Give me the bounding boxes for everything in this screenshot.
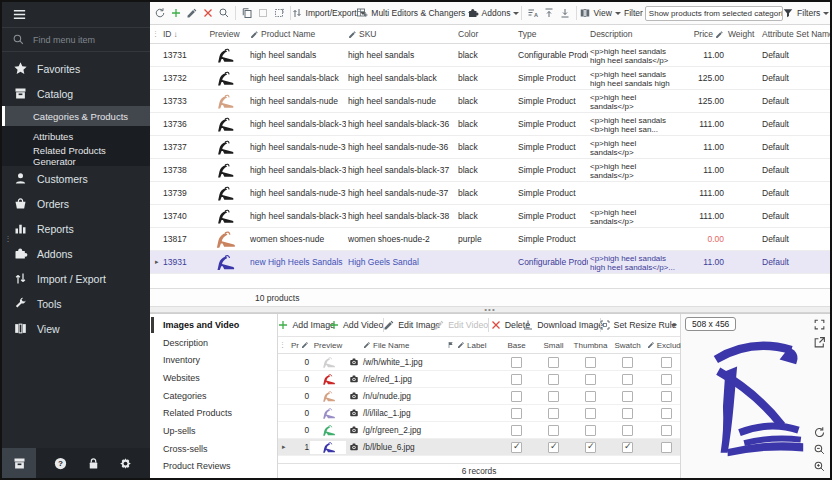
- column-header-thumbnail[interactable]: Thumbna: [572, 341, 609, 350]
- paste-special-button[interactable]: [271, 5, 287, 22]
- product-row[interactable]: 13739 high heel sandals-nude-37 high hee…: [150, 182, 830, 205]
- sidebar-item-catalog[interactable]: Catalog: [2, 81, 150, 106]
- swatch-checkbox[interactable]: [622, 408, 633, 419]
- tab-websites[interactable]: Websites: [150, 369, 277, 387]
- image-row-selected[interactable]: ▸ 1 /b/l/blue_6.jpg: [278, 439, 680, 456]
- panel-splitter-handle[interactable]: ⋮⋮: [2, 230, 7, 248]
- base-checkbox[interactable]: [511, 408, 522, 419]
- column-header-sku[interactable]: SKU: [346, 29, 456, 39]
- delete-product-button[interactable]: [200, 5, 216, 22]
- product-row[interactable]: 13733 high heel sandals-nude high heel s…: [150, 90, 830, 113]
- fullscreen-icon[interactable]: [813, 318, 826, 331]
- move-down-button[interactable]: [557, 5, 573, 22]
- image-row[interactable]: 0 /l/i/lilac_1.jpg: [278, 405, 680, 422]
- refresh-button[interactable]: [152, 5, 168, 22]
- thumbnail-checkbox[interactable]: [585, 408, 596, 419]
- add-image-button[interactable]: Add Image: [281, 317, 331, 334]
- small-checkbox[interactable]: [548, 408, 559, 419]
- column-header-preview[interactable]: Preview: [201, 29, 248, 39]
- category-filter-select[interactable]: Show products from selected categories: [645, 6, 783, 21]
- base-checkbox[interactable]: [511, 374, 522, 385]
- tab-categories[interactable]: Categories: [150, 387, 277, 405]
- column-header-small[interactable]: Small: [535, 341, 572, 350]
- product-row[interactable]: 13736 high heel sandals-black-36 high he…: [150, 113, 830, 136]
- product-row-selected[interactable]: ▸ 13931 new High Heels Sandals High Geel…: [150, 251, 830, 274]
- column-header-attribute-set[interactable]: Attribute Set Name: [756, 29, 830, 39]
- select-button[interactable]: [255, 5, 271, 22]
- open-external-icon[interactable]: [813, 336, 826, 349]
- base-checkbox[interactable]: [511, 425, 522, 436]
- add-product-button[interactable]: [168, 5, 184, 22]
- column-header-flag[interactable]: [446, 341, 456, 349]
- exclude-checkbox[interactable]: [661, 357, 672, 368]
- add-video-button[interactable]: Add Video: [331, 317, 380, 334]
- move-up-button[interactable]: [541, 5, 557, 22]
- column-header-swatch[interactable]: Swatch: [609, 341, 646, 350]
- sidebar-item-categories-products[interactable]: Categories & Products: [2, 106, 150, 126]
- view-menu[interactable]: View: [580, 5, 620, 22]
- column-header-type[interactable]: Type: [516, 29, 588, 39]
- product-row[interactable]: 13737 high heel sandals-nude-36 high hee…: [150, 136, 830, 159]
- exclude-checkbox[interactable]: [661, 391, 672, 402]
- copy-button[interactable]: [239, 5, 255, 22]
- column-header-price[interactable]: Price: [683, 29, 726, 39]
- tab-cross-sells[interactable]: Cross-sells: [150, 440, 277, 458]
- column-header-description[interactable]: Description: [588, 29, 683, 39]
- product-row[interactable]: 13738 high heel sandals-black-37 high he…: [150, 159, 830, 182]
- translate-button[interactable]: [525, 5, 541, 22]
- exclude-checkbox[interactable]: [661, 425, 672, 436]
- tab-description[interactable]: Description: [150, 334, 277, 352]
- lock-icon[interactable]: [86, 456, 101, 471]
- sidebar-item-customers[interactable]: Customers: [2, 166, 150, 191]
- tab-related-products[interactable]: Related Products: [150, 404, 277, 422]
- sidebar-item-view[interactable]: View: [2, 316, 150, 341]
- column-header-label[interactable]: Label: [456, 341, 498, 350]
- download-image-button[interactable]: Download Image: [528, 317, 597, 334]
- menu-search-input[interactable]: [31, 34, 131, 46]
- tab-product-reviews[interactable]: Product Reviews: [150, 458, 277, 476]
- product-row[interactable]: 13817 women shoes-nude women shoes-nude-…: [150, 228, 830, 251]
- sidebar-item-related-products-generator[interactable]: Related Products Generator: [2, 146, 150, 166]
- addons-menu[interactable]: Addons: [468, 5, 518, 22]
- chevron-down-icon[interactable]: [671, 324, 677, 330]
- rotate-icon[interactable]: [813, 426, 826, 439]
- exclude-checkbox[interactable]: [661, 374, 672, 385]
- sidebar-item-favorites[interactable]: Favorites: [2, 56, 150, 81]
- base-checkbox[interactable]: [511, 357, 522, 368]
- set-resize-rule-button[interactable]: Set Resize Rule: [604, 317, 671, 334]
- column-header-id[interactable]: ID↓: [161, 29, 201, 39]
- image-row[interactable]: 0 /g/r/green_2.jpg: [278, 422, 680, 439]
- swatch-checkbox[interactable]: [622, 374, 633, 385]
- small-checkbox[interactable]: [548, 391, 559, 402]
- product-row[interactable]: 13731 high heel sandals high heel sandal…: [150, 44, 830, 67]
- menu-search[interactable]: [2, 28, 150, 52]
- help-icon[interactable]: [53, 456, 68, 471]
- tab-images-and-video[interactable]: Images and Video: [150, 316, 277, 334]
- sidebar-item-orders[interactable]: Orders: [2, 191, 150, 216]
- edit-product-button[interactable]: [184, 5, 200, 22]
- zoom-out-icon[interactable]: [813, 443, 826, 456]
- image-row[interactable]: 0 /w/h/white_1.jpg: [278, 354, 680, 371]
- small-checkbox[interactable]: [548, 357, 559, 368]
- swatch-checkbox[interactable]: [622, 442, 633, 453]
- thumbnail-checkbox[interactable]: [585, 374, 596, 385]
- sidebar-item-tools[interactable]: Tools: [2, 291, 150, 316]
- gear-icon[interactable]: [118, 456, 133, 471]
- image-row[interactable]: 0 /r/e/red_1.jpg: [278, 371, 680, 388]
- image-row[interactable]: 0 /n/u/nude.jpg: [278, 388, 680, 405]
- hamburger-menu-button[interactable]: [2, 2, 150, 28]
- thumbnail-checkbox[interactable]: [585, 442, 596, 453]
- multi-editors-menu[interactable]: Multi Editors & Changers: [362, 5, 468, 22]
- column-header-product-name[interactable]: Product Name: [248, 29, 346, 39]
- column-header-preview[interactable]: Preview: [310, 341, 346, 350]
- tab-inventory[interactable]: Inventory: [150, 351, 277, 369]
- column-header-weight[interactable]: Weight: [726, 29, 756, 39]
- filters-menu[interactable]: Filters: [783, 5, 828, 22]
- small-checkbox[interactable]: [548, 442, 559, 453]
- column-header-position[interactable]: Pr: [288, 341, 310, 350]
- swatch-checkbox[interactable]: [622, 425, 633, 436]
- thumbnail-checkbox[interactable]: [585, 357, 596, 368]
- edit-video-button[interactable]: Edit Video: [437, 317, 485, 334]
- edit-image-button[interactable]: Edit Image: [387, 317, 437, 334]
- column-header-base[interactable]: Base: [498, 341, 535, 350]
